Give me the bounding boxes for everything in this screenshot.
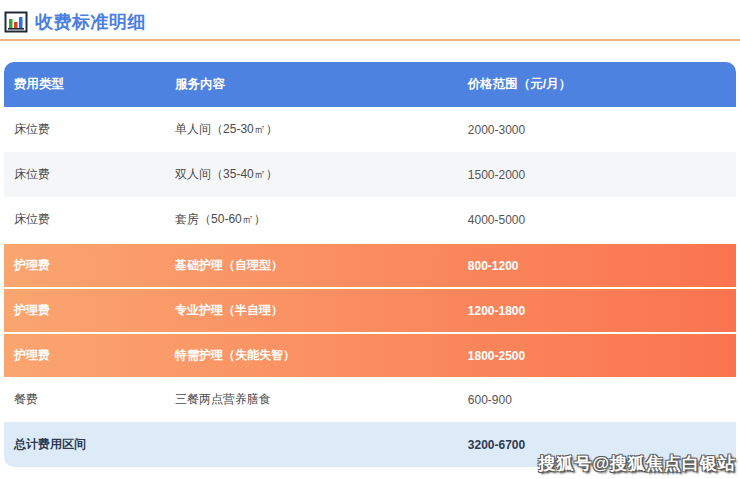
cell-fee-type: 总计费用区间 <box>4 436 165 453</box>
cell-service: 三餐两点营养膳食 <box>165 391 458 408</box>
watermark: 搜狐号@搜狐焦点白银站 <box>538 452 736 475</box>
table-body: 床位费 单人间（25-30㎡） 2000-3000 床位费 双人间（35-40㎡… <box>4 107 736 467</box>
column-header-price-range: 价格范围（元/月） <box>458 76 736 93</box>
column-header-service: 服务内容 <box>165 76 458 93</box>
cell-fee-type: 护理费 <box>4 257 165 274</box>
cell-price: 2000-3000 <box>458 123 736 137</box>
column-header-fee-type: 费用类型 <box>4 76 165 93</box>
cell-service: 特需护理（失能失智） <box>165 347 458 364</box>
table-row: 床位费 套房（50-60㎡） 4000-5000 <box>4 197 736 242</box>
cell-fee-type: 床位费 <box>4 211 165 228</box>
fee-table: 费用类型 服务内容 价格范围（元/月） 床位费 单人间（25-30㎡） 2000… <box>4 62 736 467</box>
cell-price: 4000-5000 <box>458 213 736 227</box>
cell-price: 1500-2000 <box>458 168 736 182</box>
cell-fee-type: 护理费 <box>4 302 165 319</box>
table-header-row: 费用类型 服务内容 价格范围（元/月） <box>4 62 736 107</box>
cell-fee-type: 餐费 <box>4 391 165 408</box>
cell-service: 套房（50-60㎡） <box>165 211 458 228</box>
table-row: 护理费 特需护理（失能失智） 1800-2500 <box>4 332 736 377</box>
cell-fee-type: 床位费 <box>4 121 165 138</box>
cell-service: 基础护理（自理型） <box>165 257 458 274</box>
cell-price: 600-900 <box>458 393 736 407</box>
bar-chart-icon <box>4 10 28 34</box>
cell-fee-type: 床位费 <box>4 166 165 183</box>
cell-price: 3200-6700 <box>458 438 736 452</box>
cell-service: 单人间（25-30㎡） <box>165 121 458 138</box>
cell-fee-type: 护理费 <box>4 347 165 364</box>
table-row: 护理费 基础护理（自理型） 800-1200 <box>4 242 736 287</box>
cell-price: 1200-1800 <box>458 304 736 318</box>
table-row: 床位费 单人间（25-30㎡） 2000-3000 <box>4 107 736 152</box>
article-page: 收费标准明细 费用类型 服务内容 价格范围（元/月） 床位费 单人间（25-30… <box>0 0 740 479</box>
table-row: 床位费 双人间（35-40㎡） 1500-2000 <box>4 152 736 197</box>
table-row: 餐费 三餐两点营养膳食 600-900 <box>4 377 736 422</box>
table-row: 护理费 专业护理（半自理） 1200-1800 <box>4 287 736 332</box>
cell-price: 1800-2500 <box>458 349 736 363</box>
cell-service: 双人间（35-40㎡） <box>165 166 458 183</box>
page-title: 收费标准明细 <box>35 10 146 34</box>
cell-service: 专业护理（半自理） <box>165 302 458 319</box>
title-divider <box>0 39 740 41</box>
section-title-bar: 收费标准明细 <box>0 0 740 37</box>
cell-price: 800-1200 <box>458 259 736 273</box>
